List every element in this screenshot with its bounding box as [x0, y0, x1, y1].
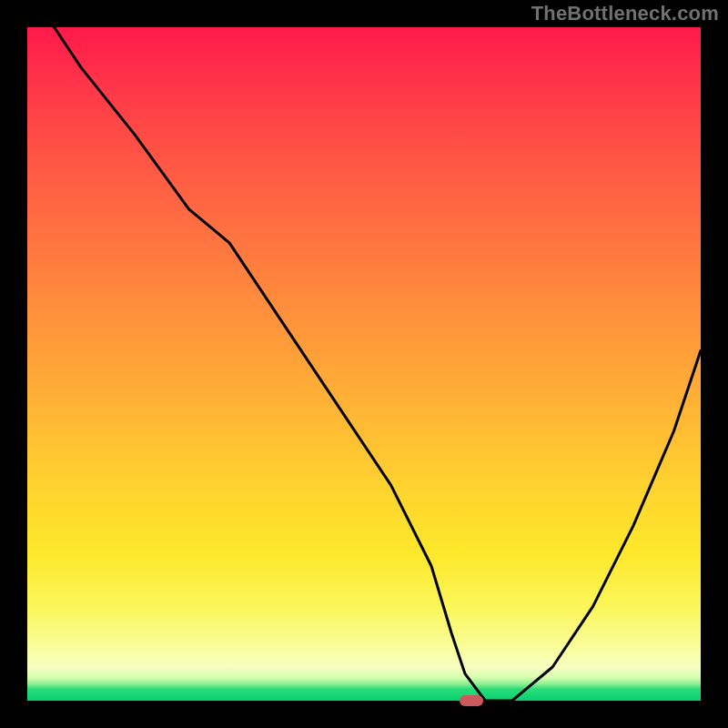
watermark-text: TheBottleneck.com: [531, 2, 719, 25]
bottleneck-curve: [27, 27, 701, 701]
chart-frame: TheBottleneck.com: [0, 0, 728, 728]
optimal-marker: [460, 695, 483, 706]
plot-area: [27, 27, 701, 701]
curve-line: [55, 27, 701, 701]
